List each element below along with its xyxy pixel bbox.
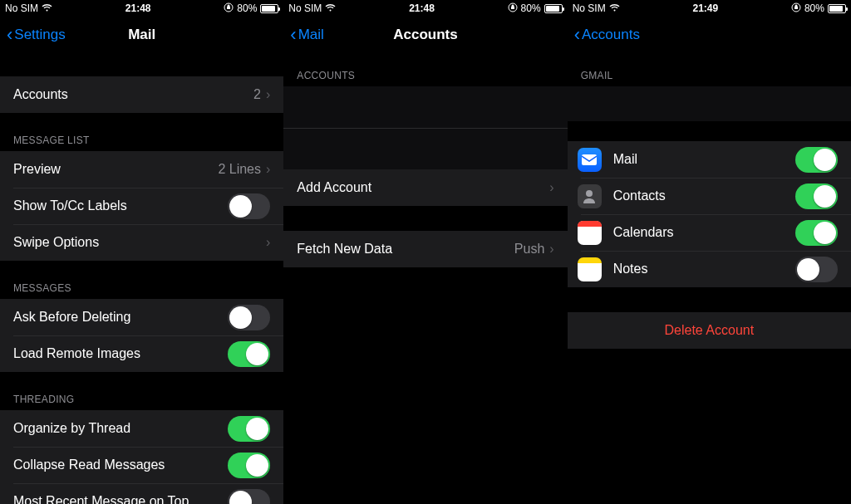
most-recent-on-top-cell: Most Recent Message on Top — [0, 483, 283, 504]
accounts-cell[interactable]: Accounts 2 › — [0, 76, 283, 113]
contacts-icon — [578, 184, 602, 208]
battery-icon — [828, 4, 846, 13]
nav-bar: ‹ Settings Mail — [0, 17, 283, 53]
mail-icon — [578, 148, 602, 172]
battery-pct-label: 80% — [804, 2, 824, 14]
back-button[interactable]: ‹ Accounts — [574, 26, 640, 44]
organize-by-thread-toggle[interactable] — [228, 416, 270, 442]
battery-pct-label: 80% — [521, 2, 541, 14]
section-header-messages: MESSAGES — [0, 276, 283, 299]
screen-mail-settings: No SIM 21:48 80% ‹ Settings Mail Account… — [0, 0, 283, 504]
cell-label: Accounts — [13, 87, 253, 102]
time-label: 21:49 — [692, 2, 718, 14]
chevron-left-icon: ‹ — [574, 26, 580, 44]
ask-before-deleting-toggle[interactable] — [228, 305, 270, 330]
status-bar: No SIM 21:48 80% — [0, 0, 283, 17]
fetch-new-data-cell[interactable]: Fetch New Data Push › — [283, 231, 567, 267]
cell-label: Add Account — [297, 180, 549, 195]
chevron-left-icon: ‹ — [7, 26, 12, 44]
section-header-threading: THREADING — [0, 387, 283, 410]
chevron-right-icon: › — [266, 162, 270, 177]
calendar-icon — [578, 221, 602, 245]
cell-label: Contacts — [613, 188, 795, 203]
cell-label: Mail — [613, 152, 795, 167]
cell-label: Collapse Read Messages — [13, 458, 228, 472]
nav-bar: ‹ Accounts — [568, 17, 851, 53]
status-bar: No SIM 21:48 80% — [283, 0, 567, 17]
add-account-cell[interactable]: Add Account › — [283, 169, 567, 206]
delete-account-button[interactable]: Delete Account — [568, 312, 851, 349]
cell-label: Fetch New Data — [297, 242, 514, 257]
battery-icon — [260, 4, 278, 13]
calendars-service-cell: Calendars — [568, 214, 851, 251]
chevron-left-icon: ‹ — [290, 26, 296, 44]
cell-label: Most Recent Message on Top — [13, 494, 228, 504]
rotation-lock-icon — [224, 2, 234, 14]
back-label: Accounts — [582, 27, 640, 43]
back-label: Settings — [14, 27, 65, 43]
notes-service-cell: Notes — [568, 251, 851, 287]
wifi-icon — [42, 3, 52, 13]
calendars-toggle[interactable] — [795, 220, 838, 246]
mail-toggle[interactable] — [795, 147, 838, 173]
load-remote-images-toggle[interactable] — [228, 341, 270, 367]
cell-label: Show To/Cc Labels — [13, 198, 228, 213]
delete-label: Delete Account — [665, 323, 755, 338]
back-button[interactable]: ‹ Settings — [7, 26, 66, 44]
time-label: 21:48 — [125, 2, 151, 14]
notes-icon — [578, 257, 602, 281]
collapse-read-messages-cell: Collapse Read Messages — [0, 447, 283, 483]
ask-before-deleting-cell: Ask Before Deleting — [0, 299, 283, 335]
back-label: Mail — [298, 27, 324, 43]
nav-title: Accounts — [283, 27, 567, 43]
wifi-icon — [609, 3, 620, 13]
screen-gmail-account: No SIM 21:49 80% ‹ Accounts GMAIL — [568, 0, 851, 504]
collapse-read-messages-toggle[interactable] — [228, 453, 270, 478]
rotation-lock-icon — [508, 2, 518, 14]
chevron-right-icon: › — [549, 242, 553, 257]
section-header-gmail: GMAIL — [568, 63, 851, 86]
cell-label: Calendars — [613, 225, 795, 240]
wifi-icon — [325, 3, 336, 13]
svg-rect-3 — [582, 154, 597, 165]
battery-icon — [544, 4, 563, 13]
cell-label: Preview — [13, 162, 218, 177]
cell-value: 2 Lines — [218, 162, 261, 177]
most-recent-on-top-toggle[interactable] — [228, 489, 270, 505]
chevron-right-icon: › — [266, 87, 270, 102]
chevron-right-icon: › — [266, 235, 270, 250]
screen-accounts: No SIM 21:48 80% ‹ Mail Accounts ACCOUNT… — [283, 0, 567, 504]
carrier-label: No SIM — [5, 2, 38, 14]
notes-toggle[interactable] — [795, 257, 838, 282]
cell-label: Swipe Options — [13, 235, 266, 250]
show-tocc-cell: Show To/Cc Labels — [0, 188, 283, 224]
cell-value: Push — [514, 242, 544, 257]
battery-pct-label: 80% — [237, 2, 257, 14]
cell-label: Ask Before Deleting — [13, 310, 228, 325]
svg-point-4 — [586, 190, 593, 197]
mail-service-cell: Mail — [568, 141, 851, 178]
rotation-lock-icon — [791, 2, 801, 14]
cell-label: Organize by Thread — [13, 421, 228, 436]
contacts-service-cell: Contacts — [568, 178, 851, 214]
account-redacted-1[interactable] — [283, 86, 567, 128]
status-bar: No SIM 21:49 80% — [568, 0, 851, 17]
cell-value: 2 — [253, 87, 261, 102]
email-redacted[interactable] — [568, 86, 851, 121]
organize-by-thread-cell: Organize by Thread — [0, 410, 283, 447]
show-tocc-toggle[interactable] — [228, 193, 270, 219]
load-remote-images-cell: Load Remote Images — [0, 335, 283, 372]
account-redacted-2[interactable] — [283, 128, 567, 169]
cell-label: Load Remote Images — [13, 346, 228, 361]
preview-cell[interactable]: Preview 2 Lines › — [0, 151, 283, 188]
carrier-label: No SIM — [288, 2, 322, 14]
cell-label: Notes — [613, 262, 795, 276]
section-header-accounts: ACCOUNTS — [283, 63, 567, 86]
time-label: 21:48 — [409, 2, 435, 14]
swipe-options-cell[interactable]: Swipe Options › — [0, 224, 283, 261]
contacts-toggle[interactable] — [795, 183, 838, 209]
nav-bar: ‹ Mail Accounts — [283, 17, 567, 53]
back-button[interactable]: ‹ Mail — [290, 26, 324, 44]
section-header-message-list: MESSAGE LIST — [0, 128, 283, 151]
carrier-label: No SIM — [573, 2, 606, 14]
